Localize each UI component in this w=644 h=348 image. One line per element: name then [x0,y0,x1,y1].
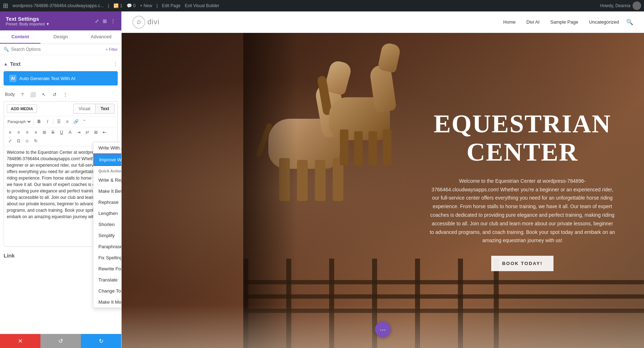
admin-bar-howdy: Howdy, Deanna [600,1,641,10]
nav-home[interactable]: Home [503,19,516,25]
body-label: Body [4,90,16,99]
italic-button[interactable]: I [44,118,52,126]
underline-button[interactable]: U [58,128,65,136]
improve-with-ai-item[interactable]: Improve With AI [93,153,122,166]
bottom-bar: ✕ ↺ ↻ [0,334,121,348]
wp-logo-icon[interactable]: ⊞ [3,2,8,10]
write-with-ai-item[interactable]: Write With AI [93,142,122,153]
emoji-button[interactable]: ☺ [23,137,31,145]
visual-text-tabs: Visual Text [73,104,114,114]
fence-rail-top [243,280,644,284]
hero-content: EQUESTRIANCENTER Welcome to the Equestri… [429,110,615,271]
cursor-icon[interactable]: ↖ [39,90,48,99]
fence-rail-bot [243,309,644,313]
rephrase-item[interactable]: Rephrase [93,197,122,208]
write-replace-item[interactable]: Write & Replace [93,175,122,186]
float-action-button[interactable]: ··· [375,322,391,337]
fullscreen-editor-button[interactable]: ⤢ [6,137,14,145]
hero-subtitle: Welcome to the Equestrian Center at word… [429,177,615,245]
nav-sample-page[interactable]: Sample Page [550,19,578,25]
blockquote-button[interactable]: " [80,118,88,126]
format-button[interactable]: ⊞ [92,128,100,136]
ordered-list-button[interactable]: ≡ [63,118,71,126]
change-tone-item[interactable]: Change Tone ▶ [93,285,122,296]
box-icon[interactable]: ⬜ [28,90,38,99]
nav-search-icon[interactable]: 🔍 [626,19,633,25]
section-options-icon[interactable]: ⋮ [113,61,118,67]
tab-visual[interactable]: Visual [73,104,96,114]
search-input[interactable] [11,47,103,52]
help-icon[interactable]: ? [18,90,27,99]
book-today-button[interactable]: BOOK TODAY! [491,256,553,271]
logo-text: divi [147,18,160,26]
special-chars-button[interactable]: Ω [15,137,23,145]
translate-item[interactable]: Translate ▶ [93,274,122,285]
ai-generate-button[interactable]: AI Auto Generate Text With AI [4,71,118,85]
nav-links: Home Divi AI Sample Page Uncategorized [503,19,619,25]
align-justify-button[interactable]: ≡ [32,128,40,136]
horse-figure-2 [322,44,401,194]
shorten-item[interactable]: Shorten [93,219,122,230]
undo-icon[interactable]: ↺ [50,90,59,99]
panel-title: Text Settings [6,16,50,22]
tab-advanced[interactable]: Advanced [81,30,121,44]
align-right-button[interactable]: ≡ [23,128,31,136]
add-media-button[interactable]: ADD MEDIA [7,104,37,113]
horse2-leg-1 [340,129,348,165]
outdent-button[interactable]: ⇤ [101,128,108,136]
make-it-better-item[interactable]: Make It Better [93,186,122,197]
panel-header-icons: ⤢ ⊞ ⋮ [95,18,116,24]
ai-icon: AI [9,75,16,82]
confirm-button[interactable]: ↻ [81,334,121,348]
preview-area: D divi Home Divi AI Sample Page Uncatego… [122,11,644,348]
align-left-button[interactable]: ≡ [6,128,14,136]
rewrite-for-item[interactable]: Rewrite For ▶ [93,263,122,274]
align-center-button[interactable]: ≡ [15,128,23,136]
tab-content[interactable]: Content [0,30,40,44]
tab-design[interactable]: Design [40,30,81,44]
fence-post-3 [329,259,334,348]
nav-uncategorized[interactable]: Uncategorized [589,19,619,25]
make-it-more-item[interactable]: Make It More ▶ [93,296,122,308]
filter-button[interactable]: + Filter [106,47,118,52]
admin-bar-edit-page[interactable]: Edit Page [162,3,181,8]
admin-bar-new[interactable]: + New [140,3,152,8]
indent-button[interactable]: ⇥ [75,128,83,136]
admin-bar-site-name[interactable]: wordpress-784896-3766464.cloudwaysapps.c… [13,3,104,8]
hero-section: EQUESTRIANCENTER Welcome to the Equestri… [122,33,644,348]
simplify-item[interactable]: Simplify [93,230,122,241]
confirm-icon: ↻ [99,338,103,344]
admin-bar-exit-builder[interactable]: Exit Visual Builder [185,3,220,8]
left-panel: Text Settings Preset: Body imported ▼ ⤢ … [0,11,122,348]
fullscreen-icon[interactable]: ⤢ [95,18,99,24]
redo-button[interactable]: ↻ [32,137,40,145]
lengthen-item[interactable]: Lengthen [93,208,122,219]
strikethrough-button[interactable]: S [49,128,57,136]
nav-divi-ai[interactable]: Divi AI [526,19,540,25]
reset-button[interactable]: ↺ [40,334,81,348]
table-button[interactable]: ⊞ [40,128,48,136]
paraphrase-item[interactable]: Paraphrase [93,241,122,252]
formatting-bar: Paragraph B I ☰ ≡ 🔗 " [4,116,117,127]
text-color-button[interactable]: A [66,128,74,136]
more-toolbar-icon[interactable]: ⋮ [60,90,70,99]
text-section-title: Text [10,61,21,67]
link-button[interactable]: 🔗 [72,118,80,126]
hero-title: EQUESTRIANCENTER [429,110,615,166]
bold-button[interactable]: B [35,118,43,126]
reset-icon: ↺ [58,338,63,344]
cancel-button[interactable]: ✕ [0,334,40,348]
site-logo: D divi [132,16,160,29]
panel-preset[interactable]: Preset: Body imported ▼ [6,22,50,26]
fix-spelling-item[interactable]: Fix Spelling & Grammar [93,252,122,263]
unordered-list-button[interactable]: ☰ [55,118,63,126]
tab-text-editor[interactable]: Text [96,104,114,114]
layout-icon[interactable]: ⊞ [103,18,107,24]
horse-leg-2 [297,160,308,201]
more-options-icon[interactable]: ⋮ [111,18,116,24]
chevron-up-icon: ▲ [4,62,8,67]
site-nav: D divi Home Divi AI Sample Page Uncatego… [122,11,644,33]
paragraph-select[interactable]: Paragraph [6,119,32,124]
panel-tabs: Content Design Advanced [0,30,121,44]
superscript-button[interactable]: x² [83,128,91,136]
